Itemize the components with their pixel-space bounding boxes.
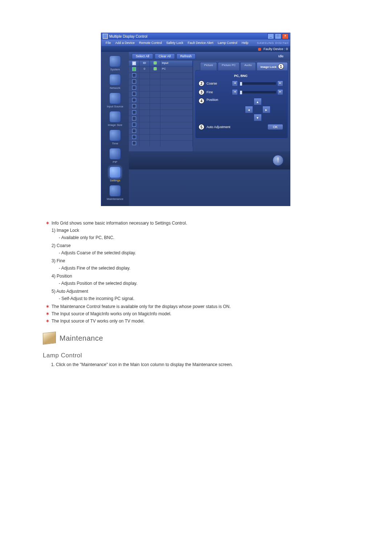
row-checkbox[interactable]	[132, 98, 136, 102]
note-intro: ✶ Info Grid shows some basic information…	[46, 221, 348, 226]
refresh-button[interactable]: Refresh	[176, 53, 196, 59]
slider-right-icon[interactable]: ▸	[277, 81, 283, 86]
slider-right-icon[interactable]: ▸	[277, 89, 283, 95]
note-2: The Input source of MagicInfo works only…	[52, 311, 348, 316]
slider-track[interactable]	[239, 91, 276, 93]
item-4-title: 4) Position	[52, 274, 348, 279]
item-5-title: 5) Auto Adjustment	[52, 289, 348, 294]
callout-1: 1	[278, 63, 284, 69]
table-row[interactable]	[129, 140, 193, 147]
sidebar: System Network Input Source Image Size T…	[101, 52, 129, 206]
slider-left-icon[interactable]: ◂	[232, 89, 238, 95]
close-button[interactable]: ×	[282, 33, 289, 39]
item-2-desc: - Adjusts Coarse of the selected display…	[59, 250, 348, 255]
ok-button[interactable]: OK	[268, 124, 283, 130]
sidebar-label: System	[105, 68, 126, 71]
note-line: ✶ The Input source of TV works only on T…	[46, 319, 348, 324]
menubar: File Add a Device Remote Control Safety …	[101, 40, 290, 46]
position-up-button[interactable]: ▴	[254, 98, 262, 105]
table-row[interactable]	[129, 116, 193, 122]
position-down-button[interactable]: ▾	[254, 114, 262, 121]
menu-safety-lock[interactable]: Safety Lock	[164, 41, 185, 45]
row-checkbox[interactable]	[132, 141, 136, 145]
callout-3: 3	[199, 89, 204, 95]
status-strip: Faulty Device : 0	[101, 46, 290, 52]
status-header-icon	[154, 61, 157, 65]
row-checkbox[interactable]	[132, 116, 136, 120]
row-checkbox[interactable]	[132, 135, 136, 139]
steps-list: Click on the "Maintenance" icon in the M…	[56, 362, 348, 367]
table-row[interactable]: 0 PC	[129, 66, 193, 73]
row-checkbox[interactable]	[132, 110, 136, 114]
sidebar-item-maintenance[interactable]: Maintenance	[105, 185, 126, 201]
row-checkbox[interactable]	[132, 79, 136, 83]
faulty-device-badge: Faulty Device : 0	[258, 47, 288, 51]
position-left-button[interactable]: ◂	[245, 106, 253, 113]
row-checkbox[interactable]	[132, 104, 136, 108]
maximize-button[interactable]: □	[275, 33, 281, 39]
grid-head-id: ID	[139, 61, 150, 66]
grid-head-input: Input	[160, 61, 193, 66]
faulty-device-label: Faulty Device : 0	[264, 47, 288, 51]
menu-fault-alert[interactable]: Fault Device Alert	[185, 41, 216, 45]
table-row[interactable]	[129, 85, 193, 91]
tab-picture[interactable]: Picture	[200, 62, 217, 70]
tab-image-lock[interactable]: Image Lock 1	[257, 62, 288, 70]
settings-icon	[109, 167, 121, 178]
menu-lamp-control[interactable]: Lamp Control	[216, 41, 240, 45]
row-id: 0	[139, 67, 150, 73]
table-row[interactable]	[129, 103, 193, 110]
select-all-button[interactable]: Select All	[132, 53, 153, 59]
menu-remote-control[interactable]: Remote Control	[137, 41, 164, 45]
table-row[interactable]	[129, 73, 193, 79]
row-checkbox[interactable]	[132, 129, 136, 133]
menu-file[interactable]: File	[103, 41, 113, 45]
sidebar-item-input-source[interactable]: Input Source	[105, 93, 126, 108]
item-2-title: 2) Coarse	[52, 243, 348, 248]
sidebar-label: Input Source	[105, 105, 126, 108]
table-row[interactable]	[129, 128, 193, 134]
row-checkbox[interactable]	[132, 86, 136, 90]
table-row[interactable]	[129, 110, 193, 116]
tab-audio[interactable]: Audio	[240, 62, 256, 70]
menu-help[interactable]: Help	[240, 41, 251, 45]
brand-label: SAMSUNG DIGITall	[257, 41, 289, 45]
position-right-button[interactable]: ▸	[262, 106, 270, 113]
sidebar-item-system[interactable]: System	[105, 56, 126, 71]
table-row[interactable]	[129, 134, 193, 140]
fine-label: Fine	[207, 90, 232, 94]
table-row[interactable]	[129, 91, 193, 97]
row-checkbox[interactable]	[132, 92, 136, 96]
panel-title: PC, BNC	[199, 74, 283, 78]
fine-slider[interactable]: ◂ ▸	[232, 89, 283, 95]
slider-track[interactable]	[239, 82, 276, 85]
subsection-title: Lamp Control	[43, 352, 348, 359]
menu-add-device[interactable]: Add a Device	[113, 41, 137, 45]
table-row[interactable]	[129, 122, 193, 128]
row-checkbox[interactable]	[132, 67, 136, 71]
image-size-icon	[109, 111, 121, 123]
row-position: 4 Position ▴ ◂ ▸	[199, 98, 283, 121]
item-3-title: 3) Fine	[52, 258, 348, 263]
callout-5: 5	[199, 124, 204, 130]
minimize-button[interactable]: _	[268, 33, 274, 39]
table-row[interactable]	[129, 79, 193, 85]
sidebar-item-pip[interactable]: PIP	[105, 148, 126, 164]
tab-picture-pc[interactable]: Picture PC	[218, 62, 240, 70]
clear-all-button[interactable]: Clear All	[155, 53, 175, 59]
sidebar-item-settings[interactable]: Settings	[105, 167, 126, 182]
slider-left-icon[interactable]: ◂	[232, 81, 238, 86]
titlebar: Multiple Display Control _ □ ×	[101, 33, 290, 40]
coarse-slider[interactable]: ◂ ▸	[232, 81, 283, 86]
sidebar-item-time[interactable]: Time	[105, 130, 126, 145]
sidebar-item-image-size[interactable]: Image Size	[105, 111, 126, 127]
grid-checkall[interactable]: ✓	[132, 61, 136, 65]
table-row[interactable]	[129, 97, 193, 103]
info-icon: !	[273, 155, 283, 166]
sidebar-item-network[interactable]: Network	[105, 74, 126, 90]
row-checkbox[interactable]	[132, 73, 136, 77]
row-fine: 3 Fine ◂ ▸	[199, 89, 283, 95]
tab-image-lock-label: Image Lock	[261, 65, 277, 69]
item-1-desc: - Available only for PC, BNC.	[59, 235, 348, 240]
row-checkbox[interactable]	[132, 123, 136, 127]
